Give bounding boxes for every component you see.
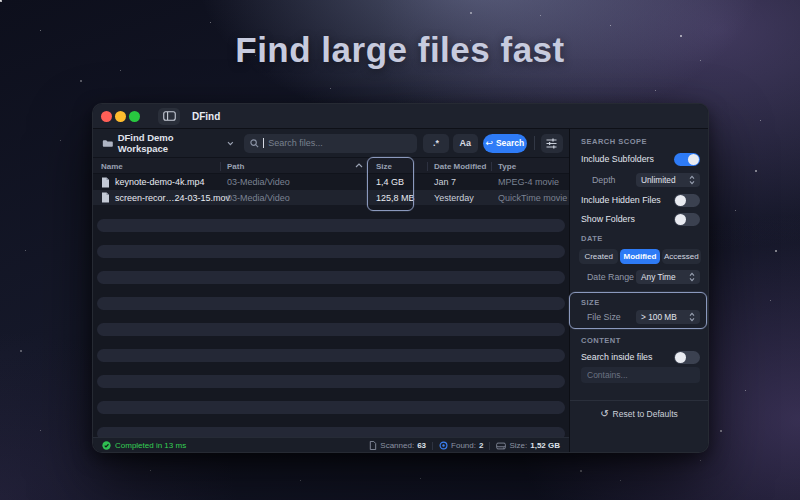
status-bar: Completed in 13 ms Scanned: 63 <box>93 437 569 453</box>
chevron-down-icon <box>227 141 234 146</box>
table-row[interactable]: keynote-demo-4k.mp4 03-Media/Video 1,4 G… <box>93 174 569 190</box>
minimize-button[interactable] <box>115 111 126 122</box>
date-type-segmented-control: Created Modified Accessed <box>579 249 701 264</box>
contains-input[interactable] <box>581 367 700 383</box>
toggle-sidebar-button[interactable] <box>158 108 180 125</box>
case-sensitive-button[interactable]: Aa <box>453 134 478 153</box>
empty-row-stripe <box>97 219 565 232</box>
regex-toggle-button[interactable]: .* <box>423 134 448 153</box>
filter-panel: SEARCH SCOPE Include Subfolders Depth Un… <box>570 129 708 453</box>
table-header: Name Path Size Date Modified Type <box>93 158 569 174</box>
table-row[interactable]: screen-recor…24-03-15.mov 03-Media/Video… <box>93 190 569 206</box>
empty-row-stripe <box>97 297 565 310</box>
cell-path: 03-Media/Video <box>227 177 290 187</box>
file-size-dropdown[interactable]: > 100 MB <box>636 310 700 324</box>
return-key-icon: ↩ <box>485 138 493 148</box>
date-range-row: Date Range Any Time <box>581 270 700 284</box>
include-hidden-row: Include Hidden Files <box>581 193 700 207</box>
chevron-up-down-icon <box>689 175 695 185</box>
scanned-label: Scanned: <box>380 441 414 450</box>
cell-type: QuickTime movie <box>498 193 567 203</box>
case-label: Aa <box>460 138 472 148</box>
column-header-date-modified[interactable]: Date Modified <box>434 162 486 171</box>
target-icon <box>439 441 448 450</box>
column-separator[interactable] <box>220 162 221 171</box>
workspace-selector[interactable]: DFind Demo Workspace <box>99 132 237 154</box>
zoom-button[interactable] <box>129 111 140 122</box>
status-size: Size: 1,52 GB <box>496 441 560 450</box>
regex-label: .* <box>433 138 439 148</box>
titlebar: DFind <box>93 104 708 129</box>
empty-row-stripe <box>97 323 565 336</box>
panel-divider <box>570 400 708 401</box>
toggle-knob <box>675 195 686 206</box>
sort-ascending-icon <box>355 163 363 168</box>
file-icon <box>101 177 110 188</box>
column-header-name[interactable]: Name <box>101 162 123 171</box>
search-input[interactable] <box>268 138 411 148</box>
file-size-row: File Size > 100 MB <box>581 310 700 324</box>
column-header-type[interactable]: Type <box>498 162 516 171</box>
segment-accessed[interactable]: Accessed <box>662 249 701 264</box>
depth-row: Depth Unlimited <box>581 173 700 187</box>
search-field[interactable] <box>244 134 417 153</box>
section-search-scope: SEARCH SCOPE <box>581 137 647 146</box>
cell-size: 125,8 MB <box>376 193 415 203</box>
section-date: DATE <box>581 234 603 243</box>
segment-created[interactable]: Created <box>579 249 618 264</box>
cell-size: 1,4 GB <box>376 177 404 187</box>
status-completed: Completed in 13 ms <box>102 441 186 450</box>
empty-row-stripe <box>97 271 565 284</box>
column-header-size[interactable]: Size <box>376 162 392 171</box>
include-subfolders-toggle[interactable] <box>674 153 700 166</box>
empty-row-stripe <box>97 375 565 388</box>
file-size-value: > 100 MB <box>641 312 677 322</box>
file-icon <box>101 192 110 203</box>
include-hidden-toggle[interactable] <box>674 194 700 207</box>
toolbar-separator <box>534 136 535 150</box>
cell-type: MPEG-4 movie <box>498 177 559 187</box>
segment-modified[interactable]: Modified <box>620 249 659 264</box>
found-label: Found: <box>451 441 476 450</box>
scanned-value: 63 <box>417 441 426 450</box>
reset-to-defaults-button[interactable]: ↺ Reset to Defaults <box>570 406 708 421</box>
show-folders-row: Show Folders <box>581 212 700 226</box>
column-separator[interactable] <box>427 162 428 171</box>
depth-value: Unlimited <box>641 175 676 185</box>
check-circle-icon <box>102 441 111 450</box>
chevron-up-down-icon <box>689 272 695 282</box>
star-field-bright <box>0 0 2 2</box>
reset-icon: ↺ <box>600 408 608 419</box>
depth-dropdown[interactable]: Unlimited <box>636 173 700 187</box>
hero-headline: Find large files fast <box>0 30 800 70</box>
document-icon <box>369 441 377 450</box>
size-label: Size: <box>509 441 527 450</box>
date-range-dropdown[interactable]: Any Time <box>636 270 700 284</box>
chevron-up-down-icon <box>689 312 695 322</box>
toggle-knob <box>675 352 686 363</box>
found-value: 2 <box>479 441 483 450</box>
status-completed-label: Completed in 13 ms <box>115 441 186 450</box>
app-window: DFind DFind Demo Workspace <box>92 103 709 453</box>
empty-row-stripe <box>97 427 565 437</box>
column-header-path[interactable]: Path <box>227 162 244 171</box>
results-table: keynote-demo-4k.mp4 03-Media/Video 1,4 G… <box>93 174 569 437</box>
file-size-label: File Size <box>587 312 621 322</box>
empty-row-stripe <box>97 401 565 414</box>
size-value: 1,52 GB <box>530 441 560 450</box>
empty-row-stripe <box>97 245 565 258</box>
close-button[interactable] <box>101 111 112 122</box>
view-options-button[interactable] <box>541 134 563 153</box>
search-inside-row: Search inside files <box>581 350 700 364</box>
date-range-label: Date Range <box>587 272 634 282</box>
search-inside-toggle[interactable] <box>674 351 700 364</box>
search-icon <box>250 139 259 148</box>
cell-date-modified: Yesterday <box>434 193 474 203</box>
show-folders-toggle[interactable] <box>674 213 700 226</box>
text-cursor <box>263 138 264 148</box>
toggle-knob <box>675 214 686 225</box>
search-button-label: Search <box>496 138 524 148</box>
column-separator[interactable] <box>491 162 492 171</box>
cell-name: screen-recor…24-03-15.mov <box>115 193 230 203</box>
search-button[interactable]: ↩ Search <box>483 134 527 153</box>
